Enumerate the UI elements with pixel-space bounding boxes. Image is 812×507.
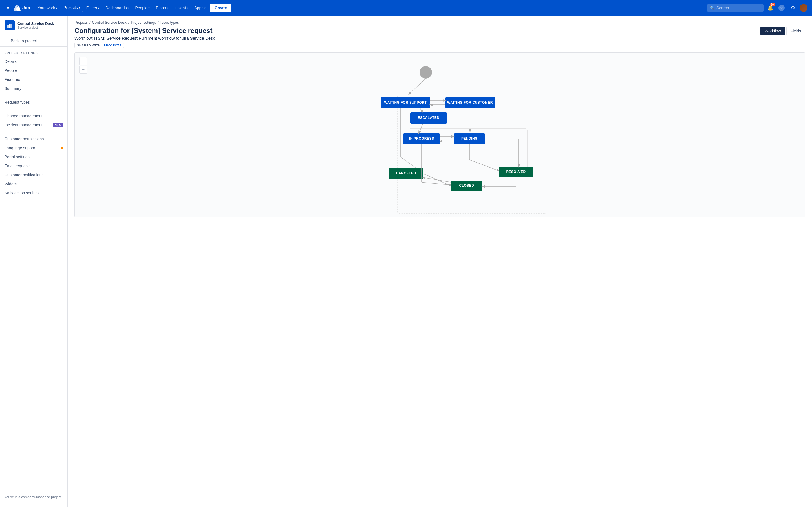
tab-fields[interactable]: Fields — [786, 27, 805, 35]
node-in-progress-label: IN PROGRESS — [409, 136, 434, 140]
language-dot — [61, 147, 63, 149]
node-canceled-label: CANCELED — [396, 171, 416, 175]
sidebar-item-details[interactable]: Details — [0, 57, 67, 66]
workflow-diagram: + − — [74, 52, 805, 217]
sidebar-divider-1 — [0, 95, 67, 96]
svg-rect-2 — [10, 24, 12, 27]
main-content: Projects / Central Service Desk / Projec… — [68, 16, 812, 507]
create-button[interactable]: Create — [210, 4, 232, 12]
sidebar-label-summary: Summary — [4, 86, 21, 91]
arrow-down-resolved — [469, 160, 499, 171]
breadcrumb-sep-3: / — [158, 20, 159, 24]
notifications-button[interactable]: 🔔 9+ — [766, 3, 775, 12]
shared-badge: SHARED WITH PROJECTS — [74, 43, 124, 48]
sidebar-item-people[interactable]: People — [0, 66, 67, 75]
arrow-support-escalated — [420, 108, 423, 112]
sidebar-label-email-requests: Email requests — [4, 164, 31, 168]
help-button[interactable]: ? — [777, 3, 786, 12]
zoom-in-button[interactable]: + — [79, 57, 87, 65]
sidebar-item-change-management[interactable]: Change management — [0, 112, 67, 121]
node-resolved-label: RESOLVED — [506, 170, 525, 174]
sidebar-item-summary[interactable]: Summary — [0, 84, 67, 93]
sidebar-item-language-support[interactable]: Language support — [0, 144, 67, 152]
sidebar-item-email-requests[interactable]: Email requests — [0, 161, 67, 170]
sidebar-footer: You're in a company-managed project — [0, 492, 67, 503]
shared-projects-label: PROJECTS — [104, 44, 121, 47]
back-icon: ← — [4, 39, 8, 43]
logo-text: Jira — [22, 5, 30, 10]
page-title: Configuration for [System] Service reque… — [74, 27, 215, 35]
node-escalated-label: ESCALATED — [418, 116, 440, 120]
nav-plans[interactable]: Plans ▾ — [153, 4, 171, 12]
zoom-out-button[interactable]: − — [79, 66, 87, 73]
top-navigation: ⠿ Jira Your work ▾ Projects ▾ Filters ▾ … — [0, 0, 812, 16]
breadcrumb-sep-1: / — [89, 20, 91, 24]
nav-right-controls: 🔔 9+ ? ⚙ — [766, 3, 808, 12]
user-avatar[interactable] — [800, 4, 808, 12]
nav-projects[interactable]: Projects ▾ — [61, 4, 83, 12]
nav-apps[interactable]: Apps ▾ — [192, 4, 208, 12]
project-icon — [4, 20, 15, 31]
back-to-project[interactable]: ← Back to project — [0, 35, 67, 47]
sidebar-label-features: Features — [4, 77, 20, 82]
sidebar-label-customer-notifications: Customer notifications — [4, 173, 44, 177]
sidebar-item-incident-management[interactable]: Incident management NEW — [0, 121, 67, 129]
sidebar-item-portal-settings[interactable]: Portal settings — [0, 152, 67, 161]
sidebar-item-satisfaction-settings[interactable]: Satisfaction settings — [0, 188, 67, 198]
arrow-start-waiting — [409, 78, 426, 94]
page-subtitle: Workflow: ITSM: Service Request Fulfilme… — [74, 36, 215, 41]
sidebar: Central Service Desk Service project ← B… — [0, 16, 68, 507]
sidebar-project-header: Central Service Desk Service project — [0, 16, 67, 35]
tab-group: Workflow Fields — [760, 27, 805, 35]
sidebar-label-widget: Widget — [4, 182, 17, 186]
node-waiting-customer-label: WAITING FOR CUSTOMER — [447, 101, 493, 105]
back-label: Back to project — [11, 39, 37, 43]
page-header: Configuration for [System] Service reque… — [68, 27, 812, 52]
sidebar-label-customer-permissions: Customer permissions — [4, 136, 44, 141]
notification-badge: 9+ — [770, 3, 775, 6]
app-layout: Central Service Desk Service project ← B… — [0, 16, 812, 507]
node-waiting-support-label: WAITING FOR SUPPORT — [384, 101, 427, 105]
breadcrumb-central-service-desk[interactable]: Central Service Desk — [92, 20, 126, 24]
node-pending-label: PENDING — [461, 136, 477, 140]
sidebar-divider-2 — [0, 109, 67, 109]
sidebar-label-satisfaction-settings: Satisfaction settings — [4, 191, 40, 195]
shared-label: SHARED WITH — [77, 44, 100, 47]
nav-dashboards[interactable]: Dashboards ▾ — [103, 4, 132, 12]
start-node — [419, 66, 432, 78]
nav-people[interactable]: People ▾ — [132, 4, 153, 12]
workflow-svg: WAITING FOR SUPPORT WAITING FOR CUSTOMER… — [75, 53, 805, 216]
breadcrumb-issue-types[interactable]: Issue types — [160, 20, 179, 24]
tab-workflow[interactable]: Workflow — [760, 27, 785, 35]
help-icon: ? — [778, 5, 784, 11]
jira-logo[interactable]: Jira — [14, 4, 30, 11]
search-bar[interactable]: 🔍 Search — [707, 4, 763, 11]
nav-insight[interactable]: Insight ▾ — [171, 4, 191, 12]
search-placeholder: Search — [716, 6, 729, 10]
sidebar-label-portal-settings: Portal settings — [4, 155, 30, 159]
project-type: Service project — [17, 26, 54, 29]
sidebar-label-request-types: Request types — [4, 100, 30, 105]
sidebar-label-incident-management: Incident management — [4, 123, 43, 127]
project-name: Central Service Desk — [17, 21, 54, 26]
search-icon: 🔍 — [710, 6, 715, 10]
arrow-escalated-inprogress — [419, 124, 423, 133]
sidebar-label-change-management: Change management — [4, 114, 43, 118]
nav-your-work[interactable]: Your work ▾ — [35, 4, 60, 12]
breadcrumb-project-settings[interactable]: Project settings — [131, 20, 156, 24]
page-header-left: Configuration for [System] Service reque… — [74, 27, 215, 48]
settings-button[interactable]: ⚙ — [788, 3, 797, 12]
sidebar-label-details: Details — [4, 59, 17, 64]
sidebar-label-language-support: Language support — [4, 146, 36, 150]
project-settings-title: Project settings — [0, 47, 67, 57]
arrow-closed-back — [423, 177, 451, 182]
nav-filters[interactable]: Filters ▾ — [84, 4, 102, 12]
breadcrumb-projects[interactable]: Projects — [74, 20, 88, 24]
sidebar-item-widget[interactable]: Widget — [0, 179, 67, 188]
sidebar-item-customer-permissions[interactable]: Customer permissions — [0, 134, 67, 144]
breadcrumb-sep-2: / — [128, 20, 130, 24]
grid-icon[interactable]: ⠿ — [4, 3, 11, 13]
sidebar-item-request-types[interactable]: Request types — [0, 98, 67, 107]
sidebar-item-features[interactable]: Features — [0, 75, 67, 84]
sidebar-item-customer-notifications[interactable]: Customer notifications — [0, 170, 67, 179]
